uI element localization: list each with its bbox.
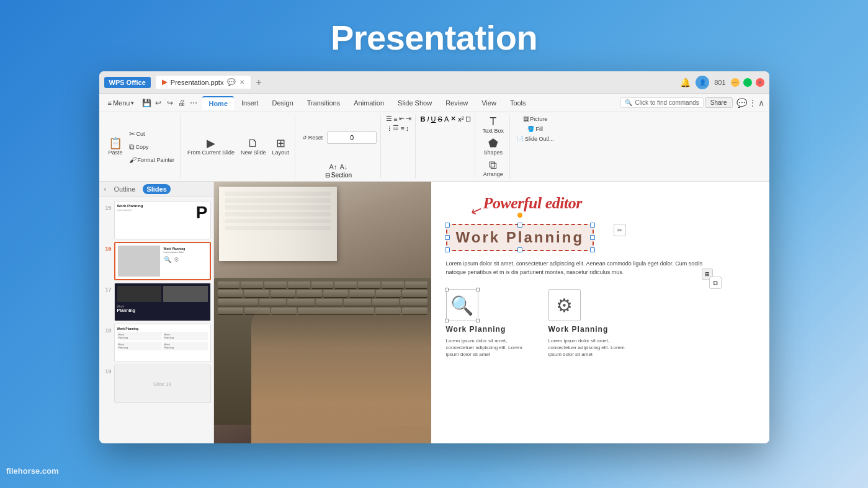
align-center-icon[interactable]: ☰ [393,124,399,132]
tab-home[interactable]: Home [202,96,234,110]
tab-outline[interactable]: Outline [110,184,140,194]
new-slide-button[interactable]: 🗋 New Slide [239,136,268,157]
slide-item-19[interactable]: 19 Slide 19 [102,365,211,403]
tab-transitions[interactable]: Transitions [301,97,346,109]
tab-slide-show[interactable]: Slide Show [391,97,438,109]
align-right-icon[interactable]: ≡ [400,125,404,132]
copy-button[interactable]: ⧉ Copy [127,141,177,153]
font-color-button[interactable]: A [444,115,449,123]
slide-item-17[interactable]: 17 Work Planning [102,283,211,321]
tab-slides[interactable]: Slides [143,184,170,194]
from-current-slide-button[interactable]: ▶ From Current Slide [186,136,236,157]
print-icon[interactable]: 🖨 [177,98,187,108]
find-commands-box[interactable]: 🔍 Click to find commands [620,97,703,108]
bullet-list-icon[interactable]: ☰ [386,115,392,123]
maximize-button[interactable]: □ [743,78,752,87]
slide-thumb-19[interactable]: Slide 19 [114,365,211,403]
superscript-button[interactable]: x² [458,115,463,123]
align-left-icon[interactable]: ⫶ [388,125,391,132]
layout-button[interactable]: ⊞ Layout [271,136,291,157]
slide-item-16[interactable]: 16 Work Planning Lorem ipsum dolor 🔍 [102,242,211,280]
shapes-button[interactable]: ⬟ Shapes [481,136,504,157]
feature1-icon[interactable]: 🔍 [446,289,478,321]
format-painter-button[interactable]: 🖌 Format Painter [127,154,177,166]
picture-button[interactable]: 🖼 Picture [521,115,549,123]
handle-tl[interactable] [445,223,450,228]
font-size-decrease-button[interactable]: A↓ [339,163,347,171]
tab-design[interactable]: Design [266,97,300,109]
tab-insert[interactable]: Insert [235,97,265,109]
new-slide-label: New Slide [241,149,266,156]
add-tab-button[interactable]: + [256,77,261,88]
slide-thumb-16[interactable]: Work Planning Lorem ipsum dolor 🔍 ⚙ [114,242,211,280]
handle-ml[interactable] [445,235,450,240]
strikethrough-button[interactable]: S [438,115,442,123]
redo-icon[interactable]: ↪ [165,98,175,108]
slide-item-18[interactable]: 18 Work Planning WorkPlanning WorkPlanni… [102,324,211,362]
inline-bottom-icon[interactable]: ⧉ [709,277,722,289]
slide-thumb-17[interactable]: Work Planning [114,283,211,321]
slide-thumb-18[interactable]: Work Planning WorkPlanning WorkPlanning … [114,324,211,362]
slide18-cell3: WorkPlanning [117,342,162,350]
shapes-label: Shapes [483,149,503,156]
panel-collapse-arrow[interactable]: ‹ [104,185,107,193]
slide16-text: Lorem ipsum dolor [164,251,206,254]
key [344,299,370,306]
collapse-ribbon-icon[interactable]: ∧ [758,98,764,108]
edit-action-button[interactable]: ✏ [614,224,626,236]
close-button[interactable]: ✕ [756,78,764,87]
arrange-button[interactable]: ⧉ Arrange [481,158,505,179]
tab-review[interactable]: Review [439,97,474,109]
clear-format-button[interactable]: ◻ [465,115,471,123]
notification-icon[interactable]: 🔔 [680,78,691,87]
tab-animation[interactable]: Animation [347,97,390,109]
work-planning-selection[interactable]: Work Planning [446,224,594,251]
more-icon[interactable]: ⋯ [189,98,199,108]
minimize-button[interactable]: — [731,78,740,87]
bold-button[interactable]: B [421,115,426,123]
italic-button[interactable]: I [427,115,429,123]
font-size-increase-button[interactable]: A↑ [329,163,338,171]
slide-item-15[interactable]: 15 P Work Planning Lorem ipsum text [102,201,211,239]
close-tab-button[interactable]: ✕ [239,79,244,86]
slide-num-19: 19 [102,368,112,375]
feature2-icon[interactable]: ⚙ [548,289,581,321]
slide18-cell4: WorkPlanning [163,342,208,350]
arrow-down-icon: ↙ [468,202,485,221]
bold-italic-group: B I U S A ✕ x² ◻ [421,115,472,123]
menu-button[interactable]: ≡ Menu ▾ [104,98,138,108]
handle-mr[interactable] [590,235,595,240]
indent-decrease-icon[interactable]: ⇤ [399,115,405,123]
paste-button[interactable]: 📋 Paste [107,136,125,157]
reset-button[interactable]: ↺ Reset [300,133,325,142]
handle-bc[interactable] [517,247,522,252]
font-size-input[interactable]: 0 [327,131,377,144]
cut-button[interactable]: ✂ Cut [127,128,177,140]
slide-thumb-15[interactable]: P Work Planning Lorem ipsum text [114,201,211,239]
handle-bl[interactable] [445,247,450,252]
handle-tr[interactable] [590,223,595,228]
message-icon[interactable]: 💬 [227,78,236,86]
line-spacing-icon[interactable]: ↕ [406,125,409,132]
wps-office-button[interactable]: WPS Office [104,77,151,88]
key [372,299,399,306]
tab-view[interactable]: View [475,97,503,109]
file-tab[interactable]: ▶ Presentation.pptx 💬 ✕ [156,76,251,89]
underline-button[interactable]: U [431,115,436,123]
handle-rotate[interactable] [517,213,522,218]
more-options-icon[interactable]: ⋮ [748,98,757,108]
number-list-icon[interactable]: ≡ [393,115,397,123]
indent-increase-icon[interactable]: ⇥ [406,115,411,123]
share-button[interactable]: Share [705,97,733,108]
fill-button[interactable]: 🪣 Fill [526,125,545,133]
comments-icon[interactable]: 💬 [736,98,747,108]
undo-icon[interactable]: ↩ [153,98,163,108]
tab-tools[interactable]: Tools [504,97,532,109]
key [271,290,296,298]
highlight-button[interactable]: ✕ [450,115,456,123]
text-box-button[interactable]: T Text Box [480,115,506,135]
slide-outline-button[interactable]: 📄 Slide Outl... [515,135,556,143]
handle-tc[interactable] [517,223,522,228]
save-icon[interactable]: 💾 [141,98,151,108]
handle-br[interactable] [590,247,595,252]
